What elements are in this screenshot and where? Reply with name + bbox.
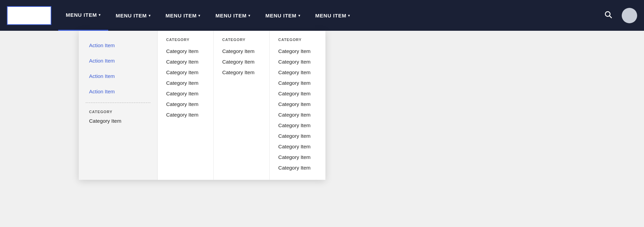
nav-right — [601, 8, 637, 23]
nav-item-1-label: MENU ITEM — [66, 12, 97, 18]
col-1-item-5[interactable]: Category Item — [166, 88, 205, 99]
col-3-category-label: CATEGORY — [278, 38, 317, 46]
col-1-item-4[interactable]: Category Item — [166, 78, 205, 88]
col-1-item-3[interactable]: Category Item — [166, 67, 205, 78]
nav-item-6[interactable]: MENU ITEM ▾ — [308, 0, 358, 31]
nav-item-1[interactable]: MENU ITEM ▾ — [58, 0, 108, 31]
nav-item-5-label: MENU ITEM — [265, 13, 297, 18]
chevron-down-icon-3: ▾ — [198, 14, 200, 17]
col-1-item-6[interactable]: Category Item — [166, 99, 205, 109]
col-1-item-2[interactable]: Category Item — [166, 56, 205, 67]
col-3-item-4[interactable]: Category Item — [278, 78, 317, 88]
avatar[interactable] — [622, 8, 637, 23]
nav-item-3-label: MENU ITEM — [165, 13, 197, 18]
chevron-down-icon-6: ▾ — [348, 14, 350, 17]
dropdown-right-panel: CATEGORY Category Item Category Item Cat… — [158, 31, 325, 180]
nav-item-5[interactable]: MENU ITEM ▾ — [258, 0, 308, 31]
svg-line-1 — [610, 16, 612, 18]
col-2-item-3[interactable]: Category Item — [222, 67, 261, 78]
col-3-item-1[interactable]: Category Item — [278, 46, 317, 56]
dropdown-col-3: CATEGORY Category Item Category Item Cat… — [270, 31, 325, 180]
nav-item-2[interactable]: MENU ITEM ▾ — [108, 0, 158, 31]
action-item-4[interactable]: Action Item — [79, 84, 157, 99]
chevron-down-icon-2: ▾ — [149, 14, 151, 17]
nav-item-2-label: MENU ITEM — [116, 13, 147, 18]
search-icon[interactable] — [601, 8, 615, 23]
nav-item-3[interactable]: MENU ITEM ▾ — [158, 0, 208, 31]
left-category-item-1[interactable]: Category Item — [79, 115, 157, 126]
col-2-category-label: CATEGORY — [222, 38, 261, 46]
dropdown-col-1: CATEGORY Category Item Category Item Cat… — [158, 31, 214, 180]
nav-item-4-label: MENU ITEM — [215, 13, 247, 18]
col-3-item-10[interactable]: Category Item — [278, 141, 317, 152]
col-3-item-7[interactable]: Category Item — [278, 109, 317, 120]
dropdown-menu: Action Item Action Item Action Item Acti… — [79, 31, 325, 180]
divider — [86, 103, 150, 103]
col-2-item-2[interactable]: Category Item — [222, 56, 261, 67]
col-2-item-1[interactable]: Category Item — [222, 46, 261, 56]
chevron-down-icon-5: ▾ — [298, 14, 300, 17]
nav-item-6-label: MENU ITEM — [315, 13, 346, 18]
col-3-item-6[interactable]: Category Item — [278, 99, 317, 109]
left-category-label: CATEGORY — [79, 106, 157, 115]
col-1-item-7[interactable]: Category Item — [166, 109, 205, 120]
col-3-item-9[interactable]: Category Item — [278, 131, 317, 141]
nav-items: MENU ITEM ▾ MENU ITEM ▾ MENU ITEM ▾ MENU… — [58, 0, 601, 31]
dropdown-col-2: CATEGORY Category Item Category Item Cat… — [214, 31, 270, 180]
col-3-item-12[interactable]: Category Item — [278, 162, 317, 173]
col-3-item-2[interactable]: Category Item — [278, 56, 317, 67]
action-item-3[interactable]: Action Item — [79, 68, 157, 84]
logo[interactable] — [7, 6, 51, 25]
dropdown-left-panel: Action Item Action Item Action Item Acti… — [79, 31, 158, 180]
action-item-1[interactable]: Action Item — [79, 38, 157, 53]
navbar: MENU ITEM ▾ MENU ITEM ▾ MENU ITEM ▾ MENU… — [0, 0, 644, 31]
col-3-item-5[interactable]: Category Item — [278, 88, 317, 99]
chevron-down-icon-4: ▾ — [248, 14, 250, 17]
col-3-item-3[interactable]: Category Item — [278, 67, 317, 78]
col-1-category-label: CATEGORY — [166, 38, 205, 46]
nav-item-4[interactable]: MENU ITEM ▾ — [208, 0, 258, 31]
chevron-down-icon-1: ▾ — [99, 13, 101, 17]
col-3-item-8[interactable]: Category Item — [278, 120, 317, 131]
col-1-item-1[interactable]: Category Item — [166, 46, 205, 56]
col-3-item-11[interactable]: Category Item — [278, 152, 317, 162]
action-item-2[interactable]: Action Item — [79, 53, 157, 68]
